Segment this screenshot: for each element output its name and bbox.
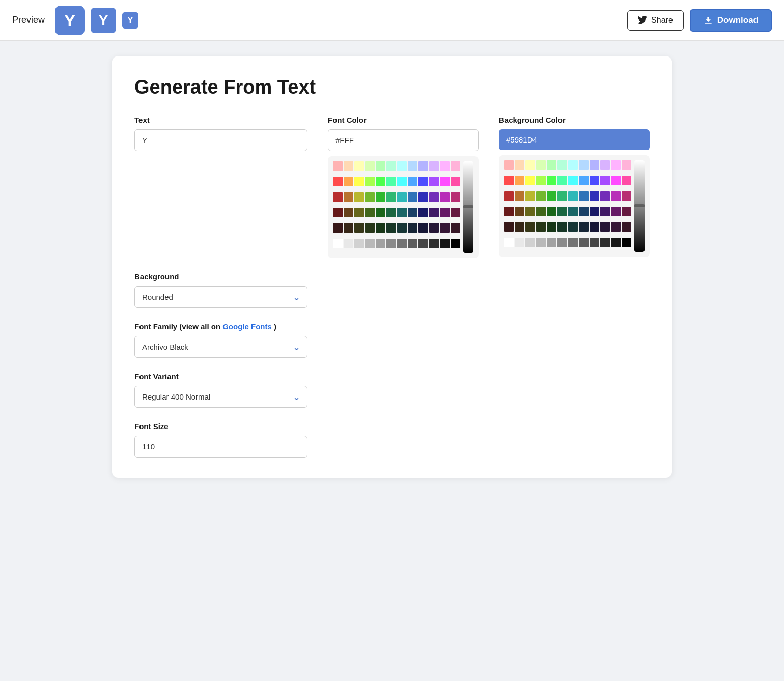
color-cell[interactable] bbox=[418, 223, 428, 233]
font-variant-select[interactable]: Regular 400 Normal Bold 700 bbox=[134, 386, 307, 408]
color-cell[interactable] bbox=[440, 177, 450, 186]
bg-color-input[interactable] bbox=[499, 129, 650, 150]
color-cell[interactable] bbox=[504, 238, 514, 247]
color-cell[interactable] bbox=[622, 238, 631, 247]
color-cell[interactable] bbox=[622, 176, 631, 185]
color-cell[interactable] bbox=[429, 161, 439, 171]
font-color-input[interactable] bbox=[328, 129, 479, 151]
color-cell[interactable] bbox=[365, 161, 375, 171]
color-cell[interactable] bbox=[611, 222, 621, 232]
color-cell[interactable] bbox=[354, 161, 364, 171]
color-cell[interactable] bbox=[557, 222, 567, 232]
color-cell[interactable] bbox=[397, 177, 407, 186]
color-cell[interactable] bbox=[408, 208, 417, 217]
color-cell[interactable] bbox=[568, 207, 578, 216]
color-cell[interactable] bbox=[557, 238, 567, 247]
color-cell[interactable] bbox=[333, 223, 343, 233]
color-cell[interactable] bbox=[579, 207, 589, 216]
color-cell[interactable] bbox=[408, 177, 417, 186]
color-cell[interactable] bbox=[622, 160, 631, 170]
color-cell[interactable] bbox=[451, 192, 460, 202]
color-cell[interactable] bbox=[451, 208, 460, 217]
color-cell[interactable] bbox=[354, 223, 364, 233]
color-cell[interactable] bbox=[386, 192, 396, 202]
color-cell[interactable] bbox=[611, 207, 621, 216]
color-cell[interactable] bbox=[333, 208, 343, 217]
color-cell[interactable] bbox=[429, 223, 439, 233]
color-cell[interactable] bbox=[525, 238, 535, 247]
color-cell[interactable] bbox=[451, 177, 460, 186]
color-cell[interactable] bbox=[376, 223, 385, 233]
color-cell[interactable] bbox=[418, 177, 428, 186]
color-cell[interactable] bbox=[622, 222, 631, 232]
color-cell[interactable] bbox=[376, 192, 385, 202]
color-cell[interactable] bbox=[622, 191, 631, 201]
color-cell[interactable] bbox=[568, 191, 578, 201]
color-cell[interactable] bbox=[622, 207, 631, 216]
color-cell[interactable] bbox=[408, 161, 417, 171]
color-cell[interactable] bbox=[515, 176, 524, 185]
color-cell[interactable] bbox=[504, 207, 514, 216]
color-cell[interactable] bbox=[386, 161, 396, 171]
color-cell[interactable] bbox=[418, 208, 428, 217]
color-cell[interactable] bbox=[525, 176, 535, 185]
color-cell[interactable] bbox=[440, 239, 450, 248]
color-cell[interactable] bbox=[386, 208, 396, 217]
color-cell[interactable] bbox=[536, 222, 546, 232]
color-cell[interactable] bbox=[408, 223, 417, 233]
color-cell[interactable] bbox=[579, 191, 589, 201]
color-cell[interactable] bbox=[590, 160, 599, 170]
download-button[interactable]: Download bbox=[690, 9, 772, 32]
color-cell[interactable] bbox=[440, 192, 450, 202]
font-family-select[interactable]: Archivo Black Roboto bbox=[134, 336, 307, 358]
bg-brightness-bar[interactable] bbox=[634, 160, 645, 252]
color-cell[interactable] bbox=[397, 239, 407, 248]
color-cell[interactable] bbox=[344, 223, 353, 233]
color-cell[interactable] bbox=[515, 238, 524, 247]
color-cell[interactable] bbox=[386, 223, 396, 233]
color-cell[interactable] bbox=[344, 177, 353, 186]
color-cell[interactable] bbox=[547, 176, 556, 185]
color-cell[interactable] bbox=[600, 160, 610, 170]
color-cell[interactable] bbox=[451, 239, 460, 248]
color-cell[interactable] bbox=[333, 161, 343, 171]
color-cell[interactable] bbox=[376, 177, 385, 186]
color-cell[interactable] bbox=[344, 208, 353, 217]
color-cell[interactable] bbox=[525, 207, 535, 216]
color-cell[interactable] bbox=[344, 161, 353, 171]
color-cell[interactable] bbox=[536, 160, 546, 170]
color-cell[interactable] bbox=[579, 160, 589, 170]
color-cell[interactable] bbox=[333, 239, 343, 248]
color-cell[interactable] bbox=[600, 222, 610, 232]
color-cell[interactable] bbox=[547, 222, 556, 232]
color-cell[interactable] bbox=[504, 176, 514, 185]
color-cell[interactable] bbox=[386, 239, 396, 248]
color-cell[interactable] bbox=[504, 160, 514, 170]
color-cell[interactable] bbox=[354, 239, 364, 248]
color-cell[interactable] bbox=[376, 239, 385, 248]
color-cell[interactable] bbox=[611, 238, 621, 247]
color-cell[interactable] bbox=[579, 222, 589, 232]
color-cell[interactable] bbox=[568, 222, 578, 232]
color-cell[interactable] bbox=[418, 161, 428, 171]
color-cell[interactable] bbox=[333, 192, 343, 202]
color-cell[interactable] bbox=[440, 208, 450, 217]
font-color-grid[interactable] bbox=[333, 161, 460, 253]
color-cell[interactable] bbox=[590, 176, 599, 185]
color-cell[interactable] bbox=[557, 191, 567, 201]
color-cell[interactable] bbox=[408, 192, 417, 202]
color-cell[interactable] bbox=[440, 161, 450, 171]
background-select[interactable]: Rounded Square Circle bbox=[134, 286, 307, 308]
color-cell[interactable] bbox=[418, 239, 428, 248]
color-cell[interactable] bbox=[568, 238, 578, 247]
color-cell[interactable] bbox=[611, 176, 621, 185]
color-cell[interactable] bbox=[557, 207, 567, 216]
color-cell[interactable] bbox=[333, 177, 343, 186]
bg-color-grid[interactable] bbox=[504, 160, 631, 252]
color-cell[interactable] bbox=[525, 191, 535, 201]
color-cell[interactable] bbox=[600, 176, 610, 185]
color-cell[interactable] bbox=[579, 176, 589, 185]
color-cell[interactable] bbox=[547, 207, 556, 216]
color-cell[interactable] bbox=[365, 208, 375, 217]
color-cell[interactable] bbox=[344, 239, 353, 248]
